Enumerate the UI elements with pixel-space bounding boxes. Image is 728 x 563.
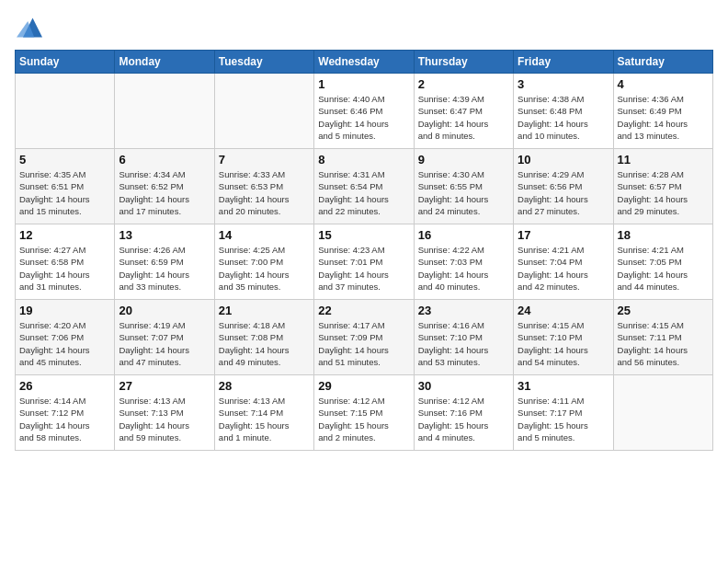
- calendar-day-21: 21Sunrise: 4:18 AM Sunset: 7:08 PM Dayli…: [214, 300, 313, 375]
- day-number: 30: [418, 379, 509, 393]
- day-info: Sunrise: 4:13 AM Sunset: 7:13 PM Dayligh…: [119, 395, 210, 443]
- day-info: Sunrise: 4:28 AM Sunset: 6:57 PM Dayligh…: [618, 168, 709, 217]
- day-number: 8: [318, 153, 409, 167]
- day-info: Sunrise: 4:20 AM Sunset: 7:06 PM Dayligh…: [19, 319, 110, 368]
- calendar-day-27: 27Sunrise: 4:13 AM Sunset: 7:13 PM Dayli…: [115, 375, 214, 451]
- calendar-week-0: 1Sunrise: 4:40 AM Sunset: 6:46 PM Daylig…: [16, 74, 713, 149]
- calendar-day-9: 9Sunrise: 4:30 AM Sunset: 6:55 PM Daylig…: [414, 149, 513, 224]
- logo-icon: [17, 15, 42, 40]
- weekday-header-thursday: Thursday: [414, 51, 513, 74]
- day-number: 7: [219, 153, 310, 167]
- calendar-day-1: 1Sunrise: 4:40 AM Sunset: 6:46 PM Daylig…: [314, 74, 414, 149]
- day-info: Sunrise: 4:16 AM Sunset: 7:10 PM Dayligh…: [418, 319, 509, 368]
- calendar-day-29: 29Sunrise: 4:12 AM Sunset: 7:15 PM Dayli…: [314, 375, 414, 451]
- calendar-week-3: 19Sunrise: 4:20 AM Sunset: 7:06 PM Dayli…: [16, 300, 713, 375]
- day-number: 3: [518, 77, 609, 91]
- day-number: 31: [518, 379, 609, 393]
- weekday-header-tuesday: Tuesday: [214, 51, 313, 74]
- day-info: Sunrise: 4:33 AM Sunset: 6:53 PM Dayligh…: [219, 168, 310, 217]
- weekday-header-monday: Monday: [115, 51, 214, 74]
- day-number: 15: [318, 228, 409, 242]
- day-info: Sunrise: 4:22 AM Sunset: 7:03 PM Dayligh…: [418, 244, 509, 293]
- page: SundayMondayTuesdayWednesdayThursdayFrid…: [0, 0, 728, 563]
- day-info: Sunrise: 4:36 AM Sunset: 6:49 PM Dayligh…: [618, 93, 709, 142]
- calendar-day-4: 4Sunrise: 4:36 AM Sunset: 6:49 PM Daylig…: [613, 74, 712, 149]
- calendar-day-13: 13Sunrise: 4:26 AM Sunset: 6:59 PM Dayli…: [115, 224, 214, 300]
- calendar-day-18: 18Sunrise: 4:21 AM Sunset: 7:05 PM Dayli…: [613, 224, 712, 300]
- day-number: 26: [19, 379, 110, 393]
- calendar-day-15: 15Sunrise: 4:23 AM Sunset: 7:01 PM Dayli…: [314, 224, 414, 300]
- calendar-body: 1Sunrise: 4:40 AM Sunset: 6:46 PM Daylig…: [16, 74, 713, 451]
- day-number: 10: [518, 153, 609, 167]
- weekday-header-sunday: Sunday: [16, 51, 115, 74]
- calendar-day-24: 24Sunrise: 4:15 AM Sunset: 7:10 PM Dayli…: [514, 300, 613, 375]
- calendar-day-12: 12Sunrise: 4:27 AM Sunset: 6:58 PM Dayli…: [16, 224, 115, 300]
- calendar-day-30: 30Sunrise: 4:12 AM Sunset: 7:16 PM Dayli…: [414, 375, 513, 451]
- empty-cell: [214, 74, 313, 149]
- calendar-week-2: 12Sunrise: 4:27 AM Sunset: 6:58 PM Dayli…: [16, 224, 713, 300]
- day-number: 23: [418, 304, 509, 317]
- day-info: Sunrise: 4:15 AM Sunset: 7:11 PM Dayligh…: [618, 319, 709, 368]
- calendar-day-26: 26Sunrise: 4:14 AM Sunset: 7:12 PM Dayli…: [16, 375, 115, 451]
- calendar-day-16: 16Sunrise: 4:22 AM Sunset: 7:03 PM Dayli…: [414, 224, 513, 300]
- day-info: Sunrise: 4:21 AM Sunset: 7:04 PM Dayligh…: [518, 244, 609, 293]
- calendar-week-4: 26Sunrise: 4:14 AM Sunset: 7:12 PM Dayli…: [16, 375, 713, 451]
- calendar-week-1: 5Sunrise: 4:35 AM Sunset: 6:51 PM Daylig…: [16, 149, 713, 224]
- calendar-day-8: 8Sunrise: 4:31 AM Sunset: 6:54 PM Daylig…: [314, 149, 414, 224]
- day-info: Sunrise: 4:17 AM Sunset: 7:09 PM Dayligh…: [318, 319, 409, 368]
- calendar-day-31: 31Sunrise: 4:11 AM Sunset: 7:17 PM Dayli…: [514, 375, 613, 451]
- day-info: Sunrise: 4:31 AM Sunset: 6:54 PM Dayligh…: [318, 168, 409, 217]
- calendar-day-10: 10Sunrise: 4:29 AM Sunset: 6:56 PM Dayli…: [514, 149, 613, 224]
- day-info: Sunrise: 4:15 AM Sunset: 7:10 PM Dayligh…: [518, 319, 609, 368]
- day-info: Sunrise: 4:13 AM Sunset: 7:14 PM Dayligh…: [219, 395, 310, 443]
- day-number: 17: [518, 228, 609, 242]
- day-number: 22: [318, 304, 409, 317]
- empty-cell: [115, 74, 214, 149]
- day-number: 25: [618, 304, 709, 317]
- empty-cell: [16, 74, 115, 149]
- calendar-day-23: 23Sunrise: 4:16 AM Sunset: 7:10 PM Dayli…: [414, 300, 513, 375]
- weekday-header-saturday: Saturday: [613, 51, 712, 74]
- day-info: Sunrise: 4:34 AM Sunset: 6:52 PM Dayligh…: [119, 168, 210, 217]
- day-info: Sunrise: 4:30 AM Sunset: 6:55 PM Dayligh…: [418, 168, 509, 217]
- day-number: 1: [318, 77, 409, 91]
- calendar-day-25: 25Sunrise: 4:15 AM Sunset: 7:11 PM Dayli…: [613, 300, 712, 375]
- calendar-day-3: 3Sunrise: 4:38 AM Sunset: 6:48 PM Daylig…: [514, 74, 613, 149]
- calendar-day-7: 7Sunrise: 4:33 AM Sunset: 6:53 PM Daylig…: [214, 149, 313, 224]
- logo: [15, 15, 42, 40]
- day-info: Sunrise: 4:38 AM Sunset: 6:48 PM Dayligh…: [518, 93, 609, 142]
- calendar: SundayMondayTuesdayWednesdayThursdayFrid…: [15, 50, 713, 451]
- day-info: Sunrise: 4:11 AM Sunset: 7:17 PM Dayligh…: [518, 395, 609, 443]
- day-number: 24: [518, 304, 609, 317]
- day-info: Sunrise: 4:19 AM Sunset: 7:07 PM Dayligh…: [119, 319, 210, 368]
- day-info: Sunrise: 4:25 AM Sunset: 7:00 PM Dayligh…: [219, 244, 310, 293]
- day-number: 18: [618, 228, 709, 242]
- day-number: 19: [19, 304, 110, 317]
- calendar-day-19: 19Sunrise: 4:20 AM Sunset: 7:06 PM Dayli…: [16, 300, 115, 375]
- day-number: 14: [219, 228, 310, 242]
- day-info: Sunrise: 4:23 AM Sunset: 7:01 PM Dayligh…: [318, 244, 409, 293]
- calendar-day-14: 14Sunrise: 4:25 AM Sunset: 7:00 PM Dayli…: [214, 224, 313, 300]
- day-info: Sunrise: 4:29 AM Sunset: 6:56 PM Dayligh…: [518, 168, 609, 217]
- day-number: 12: [19, 228, 110, 242]
- day-info: Sunrise: 4:12 AM Sunset: 7:15 PM Dayligh…: [318, 395, 409, 443]
- calendar-day-17: 17Sunrise: 4:21 AM Sunset: 7:04 PM Dayli…: [514, 224, 613, 300]
- day-number: 20: [119, 304, 210, 317]
- day-number: 9: [418, 153, 509, 167]
- calendar-day-6: 6Sunrise: 4:34 AM Sunset: 6:52 PM Daylig…: [115, 149, 214, 224]
- day-info: Sunrise: 4:21 AM Sunset: 7:05 PM Dayligh…: [618, 244, 709, 293]
- header: [15, 15, 713, 40]
- weekday-header-friday: Friday: [514, 51, 613, 74]
- calendar-day-2: 2Sunrise: 4:39 AM Sunset: 6:47 PM Daylig…: [414, 74, 513, 149]
- day-info: Sunrise: 4:18 AM Sunset: 7:08 PM Dayligh…: [219, 319, 310, 368]
- weekday-header-wednesday: Wednesday: [314, 51, 414, 74]
- day-info: Sunrise: 4:12 AM Sunset: 7:16 PM Dayligh…: [418, 395, 509, 443]
- calendar-day-28: 28Sunrise: 4:13 AM Sunset: 7:14 PM Dayli…: [214, 375, 313, 451]
- day-info: Sunrise: 4:27 AM Sunset: 6:58 PM Dayligh…: [19, 244, 110, 293]
- day-number: 13: [119, 228, 210, 242]
- day-number: 16: [418, 228, 509, 242]
- day-number: 6: [119, 153, 210, 167]
- day-info: Sunrise: 4:26 AM Sunset: 6:59 PM Dayligh…: [119, 244, 210, 293]
- day-info: Sunrise: 4:35 AM Sunset: 6:51 PM Dayligh…: [19, 168, 110, 217]
- day-info: Sunrise: 4:39 AM Sunset: 6:47 PM Dayligh…: [418, 93, 509, 142]
